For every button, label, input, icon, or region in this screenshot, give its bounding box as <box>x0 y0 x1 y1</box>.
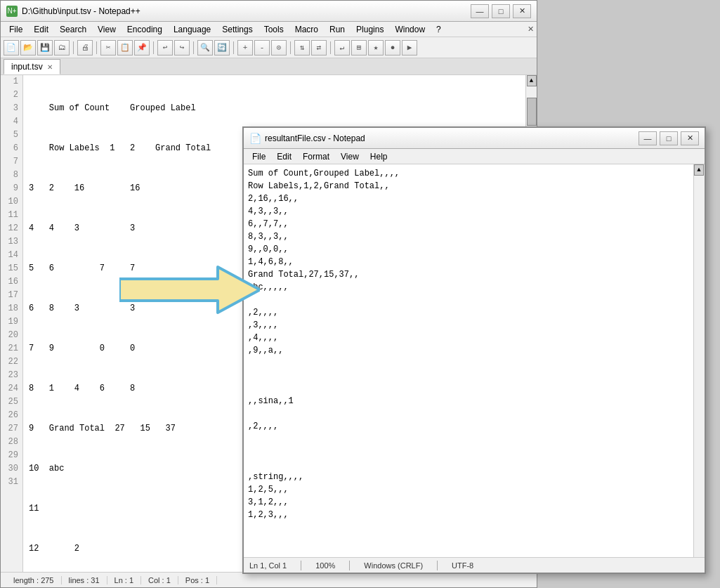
np-menu-help[interactable]: Help <box>365 150 393 163</box>
toolbar-sep3 <box>153 41 154 54</box>
toolbar-play[interactable]: ▶ <box>402 40 417 55</box>
npp-menu-plugins[interactable]: Plugins <box>351 23 389 36</box>
npp-menu-window[interactable]: Window <box>389 23 431 36</box>
ln19: 19 <box>5 315 18 329</box>
ln8: 8 <box>5 169 18 182</box>
ln18: 18 <box>5 302 18 315</box>
tab-input-tsv[interactable]: input.tsv ✕ <box>4 59 60 74</box>
npp-maximize-button[interactable]: □ <box>492 4 510 18</box>
npp-title-text: D:\Github\input.tsv - Notepad++ <box>22 6 140 16</box>
npp-menu-tools[interactable]: Tools <box>258 23 289 36</box>
status-lines: lines : 31 <box>62 576 107 584</box>
toolbar-open[interactable]: 📂 <box>20 40 36 55</box>
toolbar-wordwrap[interactable]: ↵ <box>334 40 350 55</box>
tab-close-icon[interactable]: ✕ <box>47 63 53 71</box>
npp-titlebar-left: N+ D:\Github\input.tsv - Notepad++ <box>6 6 140 17</box>
toolbar-save[interactable]: 💾 <box>37 40 53 55</box>
np-title-text: resultantFile.csv - Notepad <box>265 133 365 143</box>
ln5: 5 <box>5 129 18 142</box>
toolbar-zoomreset[interactable]: ⊙ <box>271 40 287 55</box>
svg-marker-0 <box>119 267 260 313</box>
np-status-sep3 <box>437 561 438 570</box>
np-maximize-button[interactable]: □ <box>660 131 678 145</box>
toolbar-redo[interactable]: ↪ <box>174 40 190 55</box>
np-menu-file[interactable]: File <box>247 150 271 163</box>
np-minimize-button[interactable]: — <box>639 131 657 145</box>
np-status-lncol: Ln 1, Col 1 <box>249 561 287 570</box>
toolbar-saveall[interactable]: 🗂 <box>54 40 70 55</box>
npp-menu-view[interactable]: View <box>92 23 122 36</box>
npp-menu-run[interactable]: Run <box>324 23 351 36</box>
np-titlebar: 📄 resultantFile.csv - Notepad — □ ✕ <box>244 128 705 149</box>
ln4: 4 <box>5 115 18 129</box>
np-scrollbar-up-btn[interactable]: ▲ <box>694 164 704 176</box>
ln13: 13 <box>5 235 18 249</box>
toolbar-sep7 <box>330 41 331 54</box>
np-statusbar: Ln 1, Col 1 100% Windows (CRLF) UTF-8 <box>244 557 705 573</box>
toolbar-copy[interactable]: 📋 <box>117 40 133 55</box>
np-status-encoding: UTF-8 <box>452 561 473 570</box>
notepad-window: 📄 resultantFile.csv - Notepad — □ ✕ File… <box>242 126 706 574</box>
toolbar-syncv[interactable]: ⇅ <box>294 40 310 55</box>
toolbar-find[interactable]: 🔍 <box>197 40 213 55</box>
np-app-icon: 📄 <box>249 133 261 144</box>
np-textarea[interactable]: Sum of Count,Grouped Label,,,, Row Label… <box>244 164 693 557</box>
arrow-container <box>119 263 260 316</box>
npp-menu-file[interactable]: File <box>4 23 28 36</box>
ln12: 12 <box>5 222 18 235</box>
toolbar-macro[interactable]: ● <box>385 40 400 55</box>
np-menubar: File Edit Format View Help <box>244 149 705 164</box>
toolbar-cut[interactable]: ✂ <box>100 40 116 55</box>
npp-minimize-button[interactable]: — <box>471 4 489 18</box>
ln1: 1 <box>5 75 18 89</box>
npp-titlebar: N+ D:\Github\input.tsv - Notepad++ — □ ✕ <box>1 1 537 22</box>
npp-statusbar: length : 275 lines : 31 Ln : 1 Col : 1 P… <box>1 572 537 587</box>
np-scrollbar-vertical[interactable]: ▲ <box>693 164 705 557</box>
ln31: 31 <box>5 476 18 489</box>
ln6: 6 <box>5 142 18 155</box>
ln10: 10 <box>5 195 18 209</box>
np-status-sep2 <box>349 561 350 570</box>
npp-menu-macro[interactable]: Macro <box>289 23 324 36</box>
toolbar-undo[interactable]: ↩ <box>157 40 173 55</box>
toolbar-paste[interactable]: 📌 <box>134 40 150 55</box>
scrollbar-up-btn[interactable]: ▲ <box>527 75 537 86</box>
code-line-1: Sum of Count Grouped Label <box>29 102 520 115</box>
np-status-zoom: 100% <box>315 561 335 570</box>
ln28: 28 <box>5 436 18 449</box>
np-menu-view[interactable]: View <box>335 150 365 163</box>
np-close-button[interactable]: ✕ <box>681 131 699 145</box>
npp-menu-search[interactable]: Search <box>54 23 92 36</box>
ln15: 15 <box>5 262 18 275</box>
ln3: 3 <box>5 102 18 115</box>
toolbar-replace[interactable]: 🔄 <box>214 40 230 55</box>
np-titlebar-left: 📄 resultantFile.csv - Notepad <box>249 133 365 144</box>
toolbar-new[interactable]: 📄 <box>4 40 19 55</box>
npp-menu-settings[interactable]: Settings <box>216 23 258 36</box>
npp-menu-language[interactable]: Language <box>168 23 216 36</box>
ln30: 30 <box>5 462 18 476</box>
npp-close-x[interactable]: ✕ <box>528 25 534 34</box>
np-status-sep1 <box>301 561 301 570</box>
npp-menu-help[interactable]: ? <box>431 23 447 36</box>
npp-menu-edit[interactable]: Edit <box>28 23 54 36</box>
npp-close-button[interactable]: ✕ <box>513 4 531 18</box>
ln17: 17 <box>5 289 18 302</box>
ln7: 7 <box>5 155 18 169</box>
toolbar-synch[interactable]: ⇄ <box>311 40 327 55</box>
scrollbar-thumb[interactable] <box>527 98 537 126</box>
toolbar-zoomout[interactable]: - <box>254 40 270 55</box>
toolbar-print[interactable]: 🖨 <box>77 40 93 55</box>
npp-window-controls: — □ ✕ <box>471 4 531 18</box>
toolbar-indent[interactable]: ⊞ <box>351 40 367 55</box>
npp-menu-encoding[interactable]: Encoding <box>122 23 168 36</box>
toolbar-zoomin[interactable]: + <box>237 40 253 55</box>
ln16: 16 <box>5 275 18 289</box>
ln22: 22 <box>5 355 18 369</box>
ln26: 26 <box>5 409 18 422</box>
npp-toolbar: 📄 📂 💾 🗂 🖨 ✂ 📋 📌 ↩ ↪ 🔍 🔄 + - ⊙ ⇅ ⇄ ↵ ⊞ ★ … <box>1 37 537 58</box>
np-menu-format[interactable]: Format <box>297 150 335 163</box>
np-menu-edit[interactable]: Edit <box>271 150 297 163</box>
toolbar-bookmark[interactable]: ★ <box>368 40 384 55</box>
ln2: 2 <box>5 89 18 102</box>
